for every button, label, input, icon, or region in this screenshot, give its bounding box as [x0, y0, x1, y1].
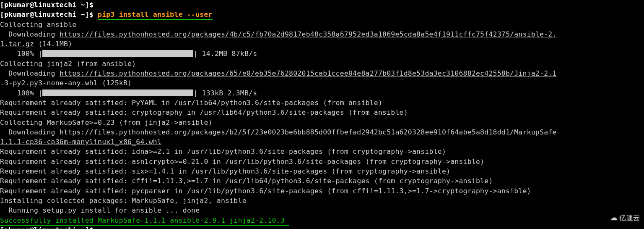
output-collecting-ansible: Collecting ansible: [0, 20, 644, 29]
download-url-3b: 1.1.1-cp36-cp36m-manylinux1_x86_64.whl: [0, 138, 161, 146]
req-cffi: Requirement already satisfied: cffi!=1.1…: [0, 176, 644, 186]
output-download-1b: 1.tar.gz (14.1MB): [0, 39, 644, 49]
output-download-3b: 1.1.1-cp36-cp36m-manylinux1_x86_64.whl: [0, 137, 644, 147]
output-collecting-jinja: Collecting jinja2 (from ansible): [0, 59, 644, 68]
progress-stats-2: | 133kB 2.3MB/s: [193, 89, 257, 97]
cloud-icon: ☁: [610, 213, 618, 223]
typed-command: pip3 install ansible --user: [98, 11, 213, 20]
terminal-window[interactable]: [pkumar@linuxtechi ~]$ [pkumar@linuxtech…: [0, 0, 644, 229]
output-collecting-markupsafe: Collecting MarkupSafe>=0.23 (from jinja2…: [0, 118, 644, 127]
prompt: [pkumar@linuxtechi ~]$: [0, 11, 98, 18]
progress-bar-2: [42, 89, 193, 96]
download-size-2: (125kB): [98, 79, 132, 87]
final-prompt: [pkumar@linuxtechi ~]$: [0, 226, 93, 229]
output-download-3: Downloading https://files.pythonhosted.o…: [0, 127, 644, 137]
req-crypto: Requirement already satisfied: cryptogra…: [0, 108, 644, 117]
installing-line: Installing collected packages: MarkupSaf…: [0, 196, 644, 205]
output-download-1: Downloading https://files.pythonhosted.o…: [0, 29, 644, 39]
download-url-3a: https://files.pythonhosted.org/packages/…: [60, 128, 557, 136]
req-pycparser: Requirement already satisfied: pycparser…: [0, 186, 644, 196]
req-asn1: Requirement already satisfied: asn1crypt…: [0, 157, 644, 166]
success-message: Successfully installed MarkupSafe-1.1.1 …: [0, 216, 289, 226]
previous-prompt: [pkumar@linuxtechi ~]$: [0, 1, 93, 9]
download-label: Downloading: [0, 30, 60, 38]
output-download-2b: .3-py2.py3-none-any.whl (125kB): [0, 78, 644, 88]
watermark-text: 亿速云: [619, 213, 640, 223]
success-line: Successfully installed MarkupSafe-1.1.1 …: [0, 216, 644, 225]
progress-line-2: 100% || 133kB 2.3MB/s: [0, 88, 644, 98]
final-prompt-line[interactable]: [pkumar@linuxtechi ~]$: [0, 225, 644, 229]
download-label: Downloading: [0, 128, 60, 136]
download-url-2b: .3-py2.py3-none-any.whl: [0, 79, 98, 87]
progress-pct-2: 100% |: [0, 89, 42, 97]
progress-bar-1: [42, 50, 193, 57]
download-label: Downloading: [0, 69, 60, 77]
req-six: Requirement already satisfied: six>=1.4.…: [0, 166, 644, 176]
download-url-1a: https://files.pythonhosted.org/packages/…: [60, 30, 557, 38]
progress-pct-1: 100% |: [0, 50, 42, 58]
req-idna: Requirement already satisfied: idna>=2.1…: [0, 147, 644, 156]
req-pyyaml: Requirement already satisfied: PyYAML in…: [0, 98, 644, 108]
download-size-1: (14.1MB): [34, 40, 72, 48]
command-line: [pkumar@linuxtechi ~]$ pip3 install ansi…: [0, 10, 644, 19]
progress-stats-1: | 14.2MB 87kB/s: [193, 50, 257, 58]
watermark-logo: ☁ 亿速云: [610, 213, 640, 223]
output-download-2: Downloading https://files.pythonhosted.o…: [0, 68, 644, 78]
download-url-1b: 1.tar.gz: [0, 40, 34, 48]
prev-prompt-faded: [pkumar@linuxtechi ~]$: [0, 0, 644, 10]
running-setup-line: Running setup.py install for ansible ...…: [0, 205, 644, 215]
progress-line-1: 100% || 14.2MB 87kB/s: [0, 49, 644, 58]
download-url-2a: https://files.pythonhosted.org/packages/…: [60, 69, 557, 77]
